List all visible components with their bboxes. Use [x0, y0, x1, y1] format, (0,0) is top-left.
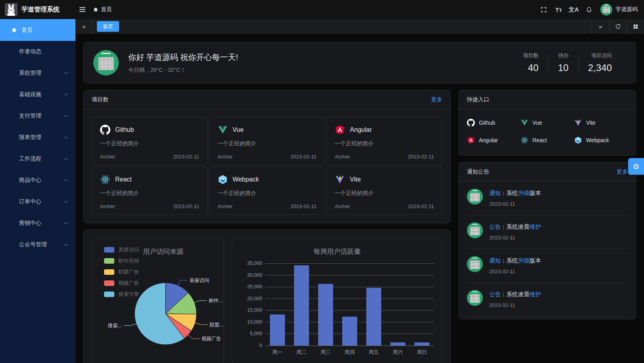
projects-card: 项目数 更多 Github一个正经的简介Archer2023-02-11Vue一… — [83, 90, 451, 223]
svg-text:周一: 周一 — [272, 349, 283, 355]
react-icon — [100, 174, 110, 185]
legend-item-邮件营销[interactable]: 邮件营销 — [104, 257, 139, 265]
sidebar-item-marketing[interactable]: 营销中心 — [0, 212, 75, 234]
shortcuts-card-header: 快捷入口 — [459, 90, 636, 109]
tab-home[interactable]: 首页 — [97, 21, 119, 32]
bar-chart-title: 每周用户活跃量 — [232, 247, 442, 256]
shortcut-vite[interactable]: Vite — [574, 115, 628, 131]
notification-bell-icon[interactable] — [582, 0, 596, 19]
project-tile-react[interactable]: React一个正经的简介Archer2023-02-11 — [92, 167, 208, 215]
svg-text:30,000: 30,000 — [247, 272, 262, 278]
breadcrumb-label: 首页 — [101, 6, 112, 13]
notice-title: 通知：系统升级版本 — [489, 257, 541, 265]
svg-text:20,000: 20,000 — [247, 296, 262, 301]
project-tile-head: React — [100, 174, 199, 185]
notice-item-3[interactable]: 通知：系统升级版本2023-02-11 — [467, 249, 628, 283]
sidebar-item-author-news[interactable]: 作者动态 — [0, 41, 75, 62]
project-footer: Archer2023-02-11 — [218, 154, 317, 160]
shortcuts-card: 快捷入口 GithubVueViteAngularReactWebpack — [459, 90, 636, 156]
sidebar-item-product[interactable]: 商品中心 — [0, 170, 75, 191]
project-tile-vue[interactable]: Vue一个正经的简介Archer2023-02-11 — [209, 117, 325, 165]
svg-text:10,000: 10,000 — [247, 319, 262, 325]
user-menu[interactable]: 芋道源码 — [600, 4, 638, 15]
notice-item-1[interactable]: 通知：系统升级版本2023-02-11 — [467, 182, 628, 215]
shortcut-react[interactable]: React — [521, 132, 574, 148]
right-column: 快捷入口 GithubVueViteAngularReactWebpack 通知… — [459, 90, 636, 319]
project-name: Webpack — [233, 176, 259, 183]
shortcut-vue[interactable]: Vue — [521, 115, 574, 131]
legend-item-视频广告[interactable]: 视频广告 — [104, 280, 139, 287]
tabs: 首页 — [93, 21, 592, 32]
sidebar-item-pay[interactable]: 支付管理 — [0, 105, 75, 127]
shortcut-angular[interactable]: Angular — [467, 132, 521, 148]
legend-label: 视频广告 — [118, 280, 139, 287]
notice-item-4[interactable]: 公告：系统凌晨维护2023-02-11 — [467, 283, 628, 317]
sidebar-item-order[interactable]: 订单中心 — [0, 191, 75, 212]
project-date: 2023-02-11 — [173, 154, 199, 160]
sidebar-item-label: 营销中心 — [19, 220, 41, 227]
menu-fold-icon[interactable] — [75, 0, 89, 19]
shortcut-webpack[interactable]: Webpack — [574, 132, 628, 148]
project-author: Archer — [100, 154, 115, 160]
sidebar-item-label: 商品中心 — [19, 177, 41, 184]
charts-card: 用户访问来源 直接访问邮件营销联盟广告视频广告搜索引擎 直接访问邮件...联盟.… — [83, 230, 451, 363]
legend-item-联盟广告[interactable]: 联盟广告 — [104, 268, 139, 276]
webpack-icon — [574, 136, 582, 144]
app-logo[interactable] — [5, 3, 17, 16]
sidebar-item-system[interactable]: 系统管理 — [0, 62, 75, 84]
tabs-expand-button[interactable]: » — [592, 19, 609, 34]
locale-icon[interactable]: 文A — [567, 0, 580, 19]
sidebar-item-home[interactable]: 首页 — [0, 19, 75, 41]
pie-chart-title: 用户访问来源 — [143, 247, 183, 256]
tabs-collapse-button[interactable]: « — [75, 19, 93, 34]
project-tile-webpack[interactable]: Webpack一个正经的简介Archer2023-02-11 — [209, 167, 325, 215]
breadcrumb[interactable]: 首页 — [93, 6, 112, 13]
notices-more-link[interactable]: 更多 — [617, 168, 628, 176]
stat-value: 40 — [523, 62, 538, 73]
font-size-icon[interactable]: Tт — [552, 0, 565, 19]
navbar-actions: Tт 文A 芋道源码 — [537, 0, 644, 19]
sidebar-item-infra[interactable]: 基础设施 — [0, 84, 75, 105]
legend-item-搜索引擎[interactable]: 搜索引擎 — [104, 291, 139, 298]
project-tile-angular[interactable]: Angular一个正经的简介Archer2023-02-11 — [326, 117, 442, 165]
stat-label: 项目访问 — [588, 52, 612, 59]
project-name: Github — [115, 126, 134, 133]
project-tile-head: Angular — [335, 125, 434, 135]
vite-icon — [335, 174, 345, 185]
refresh-button[interactable] — [609, 19, 627, 34]
shortcut-label: React — [532, 137, 547, 143]
stat-label: 待办 — [558, 52, 569, 59]
settings-button[interactable]: ⚙ — [628, 158, 644, 175]
notice-avatar — [467, 290, 483, 306]
project-desc: 一个正经的简介 — [335, 190, 434, 197]
sidebar-item-label: 作者动态 — [19, 48, 41, 55]
notice-date: 2023-02-11 — [489, 235, 541, 241]
stat-3: 项目访问2,340 — [578, 52, 621, 73]
notice-title: 公告：系统凌晨维护 — [489, 291, 541, 298]
sidebar-item-mp[interactable]: 公众号管理 — [0, 234, 75, 255]
bar-chart: 05,00010,00015,00020,00025,00030,00035,0… — [232, 238, 442, 363]
project-desc: 一个正经的简介 — [335, 140, 434, 147]
svg-text:周二: 周二 — [296, 349, 307, 355]
notice-item-2[interactable]: 公告：系统凌晨维护2023-02-11 — [467, 215, 628, 249]
project-name: Vite — [350, 176, 361, 183]
project-date: 2023-02-11 — [408, 203, 434, 209]
project-tile-github[interactable]: Github一个正经的简介Archer2023-02-11 — [92, 117, 208, 165]
project-footer: Archer2023-02-11 — [218, 203, 317, 209]
sidebar-item-workflow[interactable]: 工作流程 — [0, 148, 75, 170]
legend-label: 搜索引擎 — [118, 291, 139, 298]
svg-text:15,000: 15,000 — [247, 307, 262, 313]
github-icon — [100, 125, 110, 135]
project-name: React — [115, 176, 132, 183]
layout-grid-button[interactable] — [627, 19, 644, 34]
shortcut-github[interactable]: Github — [467, 115, 521, 131]
legend-swatch — [104, 247, 114, 253]
gear-icon: ⚙ — [632, 163, 639, 170]
vue-icon — [521, 119, 528, 127]
projects-more-link[interactable]: 更多 — [431, 96, 442, 103]
fullscreen-icon[interactable] — [537, 0, 550, 19]
project-tile-vite[interactable]: Vite一个正经的简介Archer2023-02-11 — [326, 167, 442, 215]
sidebar-item-report[interactable]: 报表管理 — [0, 127, 75, 148]
legend-item-直接访问[interactable]: 直接访问 — [104, 246, 139, 253]
project-desc: 一个正经的简介 — [100, 190, 199, 197]
